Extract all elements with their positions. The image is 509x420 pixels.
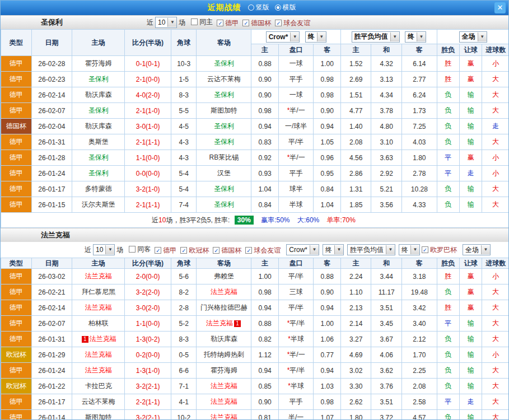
away-team-cell[interactable]: 法兰克福	[197, 394, 251, 410]
home-team-cell[interactable]: 圣保利	[72, 103, 125, 119]
favorite-star-icon: *	[287, 366, 290, 374]
home-team-cell[interactable]: 圣保利	[72, 72, 125, 87]
away-team-cell[interactable]: 圣保利	[197, 181, 251, 197]
away-team-cell[interactable]: 弗赖堡	[197, 269, 251, 284]
bookmaker-select[interactable]: Crow*▼	[286, 244, 319, 255]
odds-average-select[interactable]: 胜平负均值▼	[352, 31, 400, 43]
score-cell[interactable]: 2-1(1-0)	[125, 103, 171, 119]
score-cell[interactable]: 1-1(0-0)	[125, 316, 171, 332]
away-team-cell[interactable]: 圣保利	[197, 119, 251, 134]
away-team-cell[interactable]: 圣保利	[197, 197, 251, 213]
away-team-cell[interactable]: 圣保利	[197, 134, 251, 150]
away-team-cell[interactable]: 云达不莱梅	[197, 72, 251, 87]
draw-odds-cell: 3.72	[371, 410, 402, 420]
filter-checkbox[interactable]: ✓德国杯	[242, 18, 271, 28]
chevron-down-icon: ▼	[478, 32, 487, 41]
score-cell[interactable]: 3-2(1-0)	[125, 181, 171, 197]
score-cell[interactable]: 3-2(2-1)	[125, 379, 171, 394]
filter-checkbox[interactable]: ✓德国杯	[213, 246, 241, 255]
filter-checkbox[interactable]: ✓德甲	[155, 246, 176, 255]
score-cell[interactable]: 2-2(1-1)	[125, 394, 171, 410]
score-cell[interactable]: 1-1(0-0)	[125, 150, 171, 166]
home-team-cell[interactable]: 斯图加特	[72, 410, 125, 420]
layout-radio-option[interactable]: 竖版	[248, 3, 269, 12]
bookmaker-final-select[interactable]: 终▼	[323, 244, 344, 255]
home-team-cell[interactable]: 1法兰克福	[72, 332, 125, 347]
away-team-cell[interactable]: 圣保利	[197, 87, 251, 103]
away-team-cell[interactable]: 法兰克福1	[197, 316, 251, 332]
home-team-cell[interactable]: 卡拉巴克	[72, 379, 125, 394]
away-team-cell[interactable]: 法兰克福	[197, 284, 251, 300]
filter-checkbox[interactable]: ✓球会友谊	[275, 18, 310, 28]
away-team-cell[interactable]: 托特纳姆热刺	[197, 347, 251, 363]
away-team-cell[interactable]: 勒沃库森	[197, 332, 251, 347]
corner-cell: 6-6	[171, 363, 196, 379]
score-cell[interactable]: 0-0(0-0)	[125, 166, 171, 181]
odds-final-select[interactable]: 终▼	[405, 31, 426, 43]
home-odds-cell: 1.40	[340, 119, 371, 134]
home-team-cell[interactable]: 霍芬海姆	[72, 56, 125, 72]
odds-final-select[interactable]: 终▼	[399, 244, 420, 255]
goals-result-cell: 小	[482, 150, 509, 166]
away-team-cell[interactable]: 法兰克福	[197, 410, 251, 420]
home-water-cell: 0.94	[251, 300, 278, 316]
league-badge: 德甲	[1, 103, 32, 119]
filter-checkbox[interactable]: 同主	[191, 17, 213, 27]
score-cell[interactable]: 3-2(2-0)	[125, 284, 171, 300]
away-team-cell[interactable]: RB莱比锡	[197, 150, 251, 166]
score-cell[interactable]: 2-1(0-0)	[125, 72, 171, 87]
away-team-cell[interactable]: 斯图加特	[197, 103, 251, 119]
away-team-cell[interactable]: 圣保利	[197, 56, 251, 72]
team-name: 圣保利	[88, 153, 109, 161]
filter-checkbox[interactable]: ✓欧罗巴杯	[422, 245, 457, 255]
home-odds-cell: 4.69	[340, 347, 371, 363]
filter-checkbox[interactable]: 同客	[129, 245, 151, 254]
score-cell[interactable]: 2-0(0-0)	[125, 269, 171, 284]
home-team-cell[interactable]: 柏林联	[72, 316, 125, 332]
bookmaker-final-select[interactable]: 终▼	[305, 31, 326, 43]
filter-checkbox[interactable]: ✓球会友谊	[245, 246, 281, 255]
matches-count-select[interactable]: 10 ▼	[155, 17, 177, 28]
home-team-cell[interactable]: 勒沃库森	[72, 87, 125, 103]
away-team-cell[interactable]: 门兴格拉德巴赫	[197, 300, 251, 316]
scope-select[interactable]: 全场▼	[463, 244, 491, 255]
home-team-cell[interactable]: 沃尔夫斯堡	[72, 197, 125, 213]
score-cell[interactable]: 3-2(2-1)	[125, 410, 171, 420]
result-cell: 负	[437, 347, 459, 363]
home-team-cell[interactable]: 多特蒙德	[72, 181, 125, 197]
score-cell[interactable]: 3-0(2-0)	[125, 300, 171, 316]
home-team-cell[interactable]: 拜仁慕尼黑	[72, 284, 125, 300]
filter-checkbox[interactable]: ✓德甲	[217, 18, 239, 28]
score-cell[interactable]: 1-3(1-0)	[125, 363, 171, 379]
matches-count-select[interactable]: 10 ▼	[93, 244, 115, 255]
league-badge: 德甲	[1, 410, 32, 420]
away-team-cell[interactable]: 法兰克福	[197, 379, 251, 394]
home-team-cell[interactable]: 圣保利	[72, 150, 125, 166]
bookmaker-select[interactable]: Crow*▼	[266, 31, 300, 43]
home-odds-cell: 2.14	[340, 316, 371, 332]
filter-checkbox[interactable]: ✓欧冠杯	[180, 246, 209, 255]
home-team-cell[interactable]: 云达不莱梅	[72, 394, 125, 410]
score-cell[interactable]: 0-2(0-0)	[125, 347, 171, 363]
score-cell[interactable]: 0-1(0-1)	[125, 56, 171, 72]
scope-select[interactable]: 全场▼	[459, 31, 487, 43]
score-cell[interactable]: 3-0(1-0)	[125, 119, 171, 134]
odds-average-select[interactable]: 胜平负均值▼	[347, 244, 395, 255]
corner-cell: 5-6	[171, 269, 196, 284]
layout-radio-selected[interactable]: 横版	[275, 3, 296, 12]
close-icon[interactable]: ✕	[494, 2, 506, 13]
score-cell[interactable]: 2-1(1-1)	[125, 197, 171, 213]
away-water-cell: 0.94	[314, 300, 340, 316]
home-team-cell[interactable]: 圣保利	[72, 166, 125, 181]
home-team-cell[interactable]: 法兰克福	[72, 347, 125, 363]
home-team-cell[interactable]: 法兰克福	[72, 300, 125, 316]
home-team-cell[interactable]: 奥斯堡	[72, 134, 125, 150]
home-team-cell[interactable]: 勒沃库森	[72, 119, 125, 134]
score-cell[interactable]: 2-1(1-1)	[125, 134, 171, 150]
score-cell[interactable]: 1-3(0-2)	[125, 332, 171, 347]
away-team-cell[interactable]: 汉堡	[197, 166, 251, 181]
home-team-cell[interactable]: 法兰克福	[72, 363, 125, 379]
away-team-cell[interactable]: 霍芬海姆	[197, 363, 251, 379]
score-cell[interactable]: 4-0(2-0)	[125, 87, 171, 103]
home-team-cell[interactable]: 法兰克福	[72, 269, 125, 284]
